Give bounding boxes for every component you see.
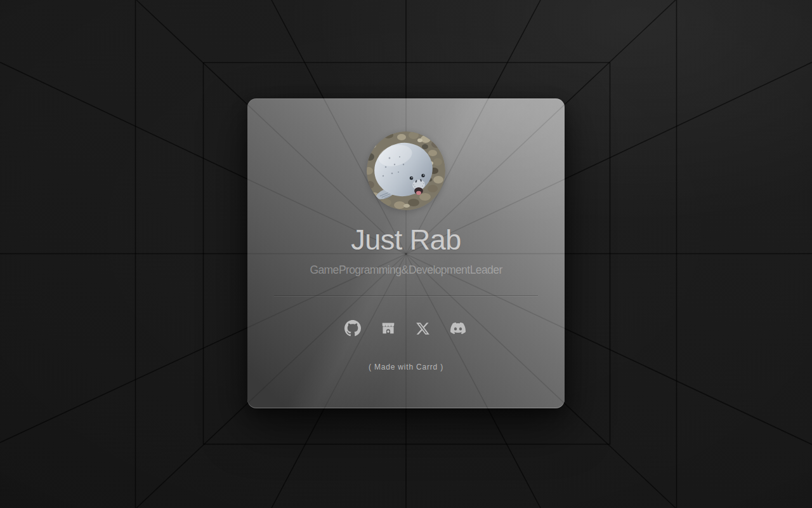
- github-link[interactable]: [344, 320, 361, 337]
- itchio-link[interactable]: [379, 320, 397, 337]
- profile-name: Just Rab: [351, 224, 461, 256]
- profile-tagline: Game Programming & Development Leader: [310, 262, 502, 277]
- x-link[interactable]: [416, 321, 430, 336]
- seal-avatar-image: [367, 131, 445, 210]
- divider: [274, 295, 538, 296]
- discord-link[interactable]: [449, 321, 468, 336]
- made-with-carrd-link[interactable]: ( Made with Carrd ): [369, 363, 443, 372]
- page-background: Just Rab Game Programming & Development …: [0, 0, 812, 508]
- profile-card: Just Rab Game Programming & Development …: [247, 98, 565, 408]
- itchio-icon: [379, 320, 397, 337]
- discord-icon: [449, 321, 468, 336]
- avatar: [367, 131, 445, 210]
- social-links: [344, 320, 468, 337]
- github-icon: [344, 320, 361, 337]
- x-icon: [416, 321, 430, 336]
